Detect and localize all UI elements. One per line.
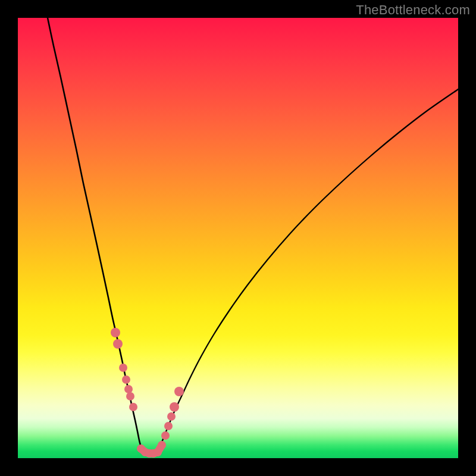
chart-frame: TheBottleneck.com	[0, 0, 476, 476]
data-point	[124, 385, 133, 393]
data-point	[126, 392, 134, 400]
data-point	[122, 375, 130, 384]
data-point	[174, 387, 184, 396]
data-point	[119, 364, 127, 372]
watermark-label: TheBottleneck.com	[356, 2, 470, 18]
data-point	[161, 431, 170, 440]
data-point	[113, 339, 123, 349]
plot-area	[18, 18, 458, 458]
data-point	[170, 402, 179, 412]
data-point	[164, 422, 173, 430]
data-point	[154, 448, 162, 456]
curves-svg	[18, 18, 458, 458]
data-point	[111, 328, 120, 337]
data-point	[158, 441, 166, 449]
data-point	[167, 412, 176, 421]
curve-right-branch	[157, 89, 458, 453]
data-point	[129, 403, 137, 411]
